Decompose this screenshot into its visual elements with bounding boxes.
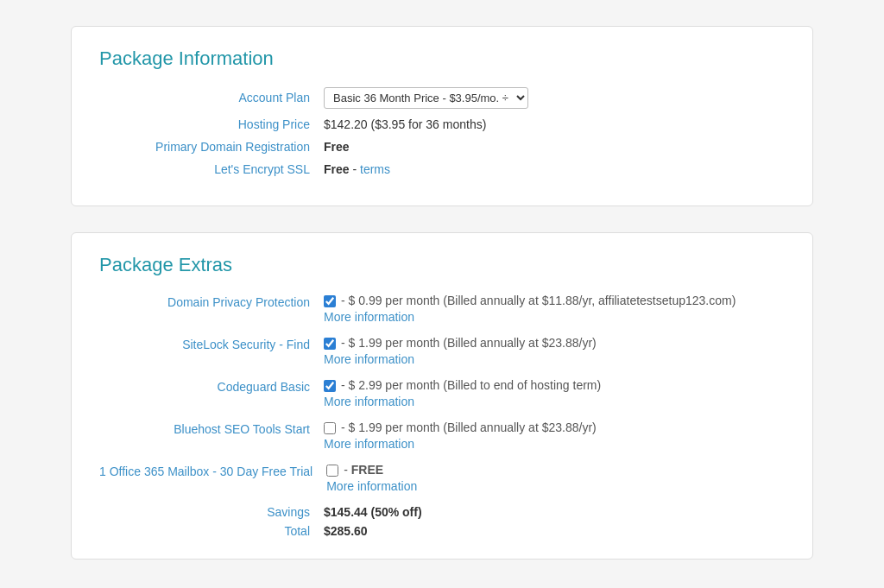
total-value: $285.60 xyxy=(324,524,368,538)
sitelock-value: - $ 1.99 per month (Billed annually at $… xyxy=(324,336,785,366)
domain-privacy-label: Domain Privacy Protection xyxy=(99,294,324,309)
codeguard-description: - $ 2.99 per month (Billed to end of hos… xyxy=(341,378,601,392)
primary-domain-row: Primary Domain Registration Free xyxy=(99,140,785,154)
savings-value: $145.44 (50% off) xyxy=(324,505,422,519)
domain-privacy-description: - $ 0.99 per month (Billed annually at $… xyxy=(341,294,736,307)
sitelock-more-info[interactable]: More information xyxy=(324,352,785,366)
codeguard-value: - $ 2.99 per month (Billed to end of hos… xyxy=(324,378,785,408)
hosting-price-row: Hosting Price $142.20 ($3.95 for 36 mont… xyxy=(99,117,785,131)
domain-privacy-more-info[interactable]: More information xyxy=(324,310,785,324)
ssl-value: Free - terms xyxy=(324,162,390,176)
package-information-card: Package Information Account Plan Basic 3… xyxy=(71,26,813,206)
sitelock-description: - $ 1.99 per month (Billed annually at $… xyxy=(341,336,597,350)
sitelock-row: SiteLock Security - Find - $ 1.99 per mo… xyxy=(99,336,785,366)
seo-tools-more-info[interactable]: More information xyxy=(324,437,785,451)
office365-row: 1 Office 365 Mailbox - 30 Day Free Trial… xyxy=(99,463,785,493)
seo-tools-checkbox[interactable] xyxy=(324,422,336,434)
domain-privacy-value: - $ 0.99 per month (Billed annually at $… xyxy=(324,294,785,324)
savings-label: Savings xyxy=(99,505,324,519)
domain-privacy-checkbox[interactable] xyxy=(324,295,336,307)
codeguard-more-info[interactable]: More information xyxy=(324,395,785,408)
sitelock-checkbox[interactable] xyxy=(324,338,336,350)
seo-tools-label: Bluehost SEO Tools Start xyxy=(99,420,324,436)
savings-row: Savings $145.44 (50% off) xyxy=(99,505,785,519)
account-plan-select[interactable]: Basic 36 Month Price - $3.95/mo. ÷ xyxy=(324,87,528,109)
hosting-price-value: $142.20 ($3.95 for 36 months) xyxy=(324,117,486,131)
office365-checkbox[interactable] xyxy=(326,465,338,477)
primary-domain-value: Free xyxy=(324,140,350,154)
seo-tools-check-row: - $ 1.99 per month (Billed annually at $… xyxy=(324,420,785,434)
seo-tools-value: - $ 1.99 per month (Billed annually at $… xyxy=(324,420,785,451)
ssl-free-text: Free xyxy=(324,162,350,176)
account-plan-value: Basic 36 Month Price - $3.95/mo. ÷ xyxy=(324,87,528,109)
domain-privacy-row: Domain Privacy Protection - $ 0.99 per m… xyxy=(99,294,785,324)
account-plan-row: Account Plan Basic 36 Month Price - $3.9… xyxy=(99,87,785,109)
codeguard-check-row: - $ 2.99 per month (Billed to end of hos… xyxy=(324,378,785,392)
ssl-label: Let's Encrypt SSL xyxy=(99,162,324,176)
ssl-terms-link[interactable]: terms xyxy=(360,162,390,176)
hosting-price-label: Hosting Price xyxy=(99,117,324,131)
domain-privacy-check-row: - $ 0.99 per month (Billed annually at $… xyxy=(324,294,785,307)
office365-check-row: - FREE xyxy=(326,463,785,477)
seo-tools-description: - $ 1.99 per month (Billed annually at $… xyxy=(341,420,597,434)
sitelock-label: SiteLock Security - Find xyxy=(99,336,324,351)
sitelock-check-row: - $ 1.99 per month (Billed annually at $… xyxy=(324,336,785,350)
ssl-row: Let's Encrypt SSL Free - terms xyxy=(99,162,785,176)
total-row: Total $285.60 xyxy=(99,524,785,538)
codeguard-checkbox[interactable] xyxy=(324,380,336,392)
office365-more-info[interactable]: More information xyxy=(326,479,785,493)
ssl-dash: - xyxy=(352,162,360,176)
office365-value: - FREE More information xyxy=(326,463,785,493)
account-plan-label: Account Plan xyxy=(99,91,324,104)
codeguard-label: Codeguard Basic xyxy=(99,378,324,394)
package-info-title: Package Information xyxy=(99,47,785,70)
total-label: Total xyxy=(99,524,324,538)
codeguard-row: Codeguard Basic - $ 2.99 per month (Bill… xyxy=(99,378,785,408)
seo-tools-row: Bluehost SEO Tools Start - $ 1.99 per mo… xyxy=(99,420,785,451)
primary-domain-label: Primary Domain Registration xyxy=(99,140,324,154)
office365-description: - FREE xyxy=(344,463,383,477)
office365-label: 1 Office 365 Mailbox - 30 Day Free Trial xyxy=(99,463,326,478)
package-extras-card: Package Extras Domain Privacy Protection… xyxy=(71,232,813,560)
package-extras-title: Package Extras xyxy=(99,254,785,276)
